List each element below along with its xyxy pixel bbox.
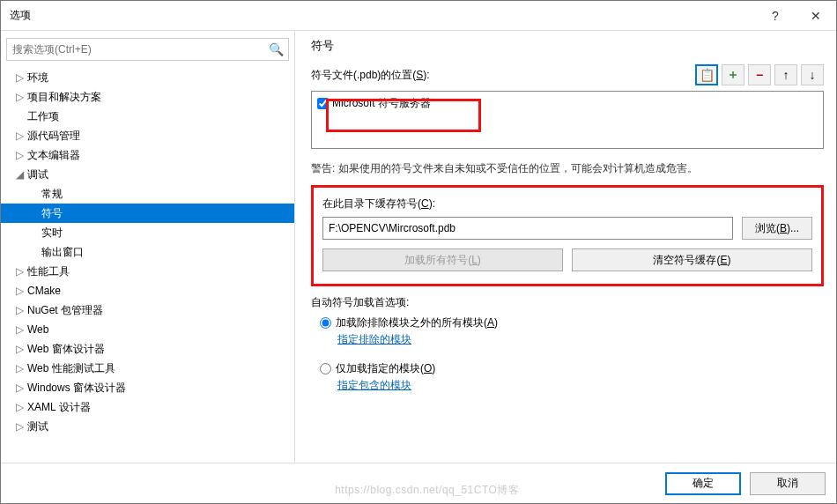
cache-dir-input[interactable] — [322, 217, 733, 240]
tree-item[interactable]: 工作项 — [1, 107, 294, 126]
tree-item-label: CMake — [27, 285, 61, 297]
tree-item[interactable]: ▷Web 性能测试工具 — [1, 359, 294, 378]
cancel-button[interactable]: 取消 — [750, 472, 826, 495]
close-icon[interactable]: ✕ — [796, 1, 836, 31]
tree-item-label: 性能工具 — [27, 264, 70, 279]
tree-item-label: Web 性能测试工具 — [27, 361, 115, 376]
tree-item[interactable]: ▷CMake — [1, 281, 294, 300]
chevron-right-icon[interactable]: ▷ — [13, 285, 26, 297]
chevron-right-icon[interactable]: ▷ — [13, 382, 26, 394]
new-entry-icon[interactable]: 📋 — [695, 64, 718, 85]
chevron-right-icon[interactable]: ▷ — [13, 304, 26, 316]
chevron-right-icon[interactable]: ▷ — [13, 343, 26, 355]
tree-item[interactable]: 输出窗口 — [1, 242, 294, 262]
chevron-right-icon[interactable]: ▷ — [13, 401, 26, 413]
tree-item-label: Windows 窗体设计器 — [27, 381, 126, 396]
tree-item-label: 实时 — [41, 226, 63, 241]
ok-button[interactable]: 确定 — [665, 472, 741, 495]
window-title: 选项 — [10, 8, 755, 23]
chevron-right-icon[interactable]: ▷ — [13, 130, 26, 142]
options-tree[interactable]: ▷环境▷项目和解决方案工作项▷源代码管理▷文本编辑器◢调试常规符号实时输出窗口▷… — [1, 68, 294, 463]
dialog-footer: https://blog.csdn.net/qq_51CTO博客 确定 取消 — [1, 463, 836, 503]
tree-item-label: Web — [27, 323, 48, 336]
tree-item-label: 源代码管理 — [27, 129, 80, 144]
help-icon[interactable]: ? — [755, 1, 796, 31]
pdb-location-label: 符号文件(.pdb)的位置(S): — [311, 68, 430, 83]
cache-dir-label: 在此目录下缓存符号(C): — [322, 196, 812, 211]
add-icon[interactable]: ＋ — [722, 64, 744, 85]
tree-item[interactable]: ◢调试 — [1, 165, 294, 184]
tree-item[interactable]: ▷文本编辑器 — [1, 145, 294, 165]
tree-item[interactable]: ▷XAML 设计器 — [1, 397, 294, 417]
tree-item[interactable]: ▷测试 — [1, 417, 294, 436]
chevron-right-icon[interactable]: ▷ — [13, 362, 26, 374]
ms-symbol-server-checkbox[interactable]: Microsoft 符号服务器 — [317, 96, 818, 111]
checkbox-input[interactable] — [317, 98, 329, 109]
tree-item-label: 常规 — [41, 187, 63, 202]
chevron-right-icon[interactable]: ▷ — [13, 71, 26, 84]
tree-item[interactable]: ▷NuGet 包管理器 — [1, 300, 294, 320]
tree-item[interactable]: 实时 — [1, 223, 294, 242]
tree-item-label: 项目和解决方案 — [27, 90, 101, 105]
tree-item[interactable]: ▷性能工具 — [1, 262, 294, 281]
browse-button[interactable]: 浏览(B)... — [742, 217, 812, 240]
tree-item[interactable]: ▷Windows 窗体设计器 — [1, 378, 294, 397]
specify-included-link[interactable]: 指定包含的模块 — [337, 378, 411, 393]
pdb-toolbar: 📋 ＋ − ↑ ↓ — [695, 64, 824, 85]
tree-item[interactable]: ▷项目和解决方案 — [1, 87, 294, 107]
load-all-symbols-button[interactable]: 加载所有符号(L) — [322, 248, 563, 271]
symbol-servers-list[interactable]: Microsoft 符号服务器 — [311, 91, 824, 149]
clear-symbol-cache-button[interactable]: 清空符号缓存(E) — [572, 248, 812, 271]
chevron-right-icon[interactable]: ▷ — [13, 91, 26, 103]
specify-excluded-link[interactable]: 指定排除的模块 — [337, 332, 411, 347]
main-panel: 符号 符号文件(.pdb)的位置(S): 📋 ＋ − ↑ ↓ Microsoft… — [295, 31, 836, 463]
tree-item-label: XAML 设计器 — [27, 400, 91, 415]
watermark-text: https://blog.csdn.net/qq_51CTO博客 — [335, 483, 519, 498]
chevron-right-icon[interactable]: ▷ — [13, 420, 26, 433]
cache-section: 在此目录下缓存符号(C): 浏览(B)... 加载所有符号(L) 清空符号缓存(… — [311, 185, 824, 286]
tree-item-label: 工作项 — [27, 109, 59, 124]
chevron-right-icon[interactable]: ▷ — [13, 323, 26, 336]
move-up-icon[interactable]: ↑ — [774, 64, 797, 85]
chevron-down-icon[interactable]: ◢ — [13, 168, 26, 181]
tree-item-label: 输出窗口 — [41, 245, 84, 260]
tree-item-label: Web 窗体设计器 — [27, 342, 105, 357]
search-icon[interactable]: 🔍 — [269, 42, 284, 56]
tree-item[interactable]: ▷Web — [1, 320, 294, 339]
tree-item-label: 文本编辑器 — [27, 148, 80, 163]
sidebar: 🔍 ▷环境▷项目和解决方案工作项▷源代码管理▷文本编辑器◢调试常规符号实时输出窗… — [1, 31, 295, 463]
tree-item-label: NuGet 包管理器 — [27, 303, 103, 318]
tree-item[interactable]: ▷源代码管理 — [1, 126, 294, 145]
auto-load-heading: 自动符号加载首选项: — [311, 295, 824, 310]
tree-item[interactable]: ▷Web 窗体设计器 — [1, 339, 294, 359]
tree-item[interactable]: 常规 — [1, 184, 294, 204]
tree-item[interactable]: 符号 — [1, 204, 294, 223]
warning-text: 警告: 如果使用的符号文件来自未知或不受信任的位置，可能会对计算机造成危害。 — [311, 161, 824, 176]
tree-item-label: 测试 — [27, 419, 48, 434]
radio-all-except-excluded[interactable]: 加载除排除模块之外的所有模块(A) — [320, 315, 824, 330]
titlebar: 选项 ? ✕ — [1, 1, 836, 31]
chevron-right-icon[interactable]: ▷ — [13, 265, 26, 278]
tree-item-label: 环境 — [27, 70, 48, 85]
tree-item-label: 调试 — [27, 167, 48, 182]
page-title: 符号 — [311, 38, 824, 54]
remove-icon[interactable]: − — [748, 64, 771, 85]
move-down-icon[interactable]: ↓ — [801, 64, 824, 85]
chevron-right-icon[interactable]: ▷ — [13, 149, 26, 161]
radio-only-specified[interactable]: 仅加载指定的模块(O) — [320, 361, 824, 376]
tree-item[interactable]: ▷环境 — [1, 68, 294, 87]
search-input[interactable] — [6, 38, 289, 61]
tree-item-label: 符号 — [41, 206, 63, 221]
